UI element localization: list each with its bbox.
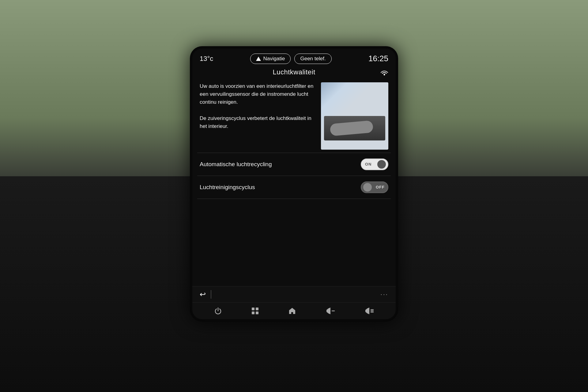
page-title: Luchtkwaliteit	[273, 68, 315, 76]
bottom-top-row: ↩ ···	[192, 286, 396, 303]
wifi-icon	[380, 69, 388, 77]
toggle-on-text: ON	[365, 162, 372, 166]
car-image-inner	[321, 82, 388, 150]
luchtreinigingscyclus-toggle[interactable]: OFF	[361, 181, 388, 193]
power-button[interactable]	[214, 307, 222, 315]
main-content-area: Uw auto is voorzien van een interieurluc…	[192, 79, 396, 153]
toggle-off-text: OFF	[376, 185, 385, 189]
temperature-display: 13°c	[200, 55, 213, 63]
phone-button-label: Geen telef.	[300, 56, 326, 62]
svg-rect-2	[252, 312, 254, 314]
svg-rect-0	[252, 308, 254, 310]
description-text: Uw auto is voorzien van een interieurluc…	[200, 82, 316, 150]
bottom-control-bar: ↩ ···	[192, 286, 396, 319]
main-screen: 13°c Navigatie Geen telef. 16:25 Luchtkw…	[192, 49, 396, 319]
screen-wrapper: 13°c Navigatie Geen telef. 16:25 Luchtkw…	[190, 46, 398, 322]
car-filter-image	[321, 82, 388, 150]
nav-buttons-group: Navigatie Geen telef.	[250, 54, 332, 64]
bottom-separator	[211, 290, 211, 299]
volume-up-button[interactable]	[364, 307, 374, 315]
page-title-bar: Luchtkwaliteit	[192, 67, 396, 79]
more-options-button[interactable]: ···	[380, 291, 388, 298]
svg-rect-3	[256, 312, 258, 314]
auto-luchtrecycling-row: Automatische luchtrecycling ON	[192, 153, 396, 176]
bottom-main-row	[192, 303, 396, 319]
luchtreinigingscyclus-row: Luchtreinigingscyclus OFF	[192, 176, 396, 199]
status-bar: 13°c Navigatie Geen telef. 16:25	[192, 49, 396, 67]
content-spacer	[192, 199, 396, 286]
apps-button[interactable]	[251, 307, 259, 315]
nav-arrow-icon	[256, 57, 261, 61]
svg-marker-8	[367, 308, 369, 314]
auto-luchtrecycling-label: Automatische luchtrecycling	[200, 161, 272, 168]
clock-display: 16:25	[368, 54, 388, 63]
svg-marker-5	[328, 308, 330, 314]
svg-marker-4	[326, 308, 328, 313]
svg-marker-7	[365, 308, 367, 313]
home-button[interactable]	[288, 307, 296, 315]
volume-down-button[interactable]	[325, 307, 335, 315]
svg-rect-1	[256, 308, 258, 310]
back-button[interactable]: ↩	[200, 290, 206, 299]
luchtreinigingscyclus-label: Luchtreinigingscyclus	[200, 184, 255, 191]
auto-luchtrecycling-toggle[interactable]: ON	[361, 159, 388, 170]
navigation-button[interactable]: Navigatie	[250, 54, 291, 64]
phone-button[interactable]: Geen telef.	[294, 54, 331, 64]
navigation-button-label: Navigatie	[263, 56, 285, 62]
